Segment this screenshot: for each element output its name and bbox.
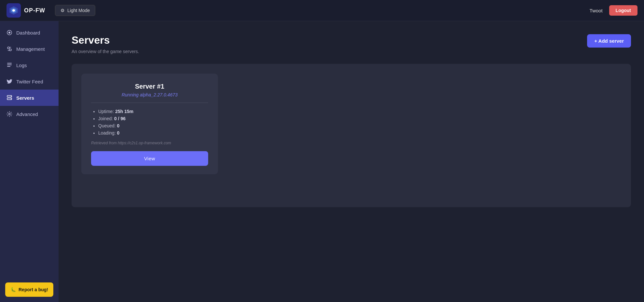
main-layout: Dashboard Management Logs — [0, 21, 644, 302]
servers-grid: Server #1 Running alpha_2.27.0.4673 Upti… — [81, 74, 621, 174]
page-subtitle: An overview of the game servers. — [72, 49, 139, 54]
advanced-icon — [7, 111, 12, 117]
sidebar-item-dashboard[interactable]: Dashboard — [0, 24, 59, 41]
svg-rect-11 — [7, 66, 10, 67]
add-server-button[interactable]: + Add server — [587, 34, 631, 48]
servers-icon — [7, 95, 12, 101]
brand-logo — [7, 3, 21, 18]
dashboard-icon — [7, 30, 12, 36]
bug-icon: 🐛 — [10, 287, 16, 292]
topnav-right: Twoot Logout — [590, 5, 637, 16]
sidebar-item-advanced[interactable]: Advanced — [0, 106, 59, 122]
logs-icon — [7, 62, 12, 68]
page-title-area: Servers An overview of the game servers. — [72, 34, 139, 54]
page-title: Servers — [72, 34, 139, 46]
gear-icon: ⚙ — [60, 8, 65, 13]
server-card-retrieved: Retrieved from https://c2s1.op-framework… — [91, 141, 208, 145]
server-card-title: Server #1 — [91, 83, 208, 90]
sidebar-label-twitter-feed: Twitter Feed — [16, 79, 43, 84]
brand-name: OP-FW — [24, 7, 45, 14]
twitter-icon — [7, 79, 12, 84]
svg-rect-9 — [7, 63, 12, 64]
page-header: Servers An overview of the game servers.… — [72, 34, 631, 54]
svg-point-14 — [11, 96, 11, 97]
server-card-stats: Uptime: 25h 15m Joined: 0 / 96 Queued: 0… — [91, 109, 208, 136]
server-card-1: Server #1 Running alpha_2.27.0.4673 Upti… — [81, 74, 218, 174]
sidebar-label-management: Management — [16, 46, 45, 52]
username-label: Twoot — [590, 8, 603, 13]
svg-point-15 — [11, 99, 11, 99]
svg-rect-10 — [7, 65, 12, 65]
brand: OP-FW — [7, 3, 45, 18]
sidebar-item-management[interactable]: Management — [0, 41, 59, 57]
svg-point-4 — [8, 32, 10, 34]
stat-uptime: Uptime: 25h 15m — [98, 109, 208, 114]
sidebar-item-servers[interactable]: Servers — [0, 90, 59, 106]
sidebar-label-advanced: Advanced — [16, 111, 38, 117]
logout-button[interactable]: Logout — [609, 5, 637, 16]
server-card-version: Running alpha_2.27.0.4673 — [91, 92, 208, 97]
servers-container: Server #1 Running alpha_2.27.0.4673 Upti… — [72, 64, 631, 207]
sidebar-label-logs: Logs — [16, 63, 27, 68]
sidebar-label-dashboard: Dashboard — [16, 30, 40, 36]
stat-queued: Queued: 0 — [98, 123, 208, 128]
report-bug-button[interactable]: 🐛 Report a bug! — [5, 282, 53, 297]
main-content: Servers An overview of the game servers.… — [59, 21, 644, 302]
sidebar: Dashboard Management Logs — [0, 21, 59, 302]
light-mode-button[interactable]: ⚙ Light Mode — [55, 5, 95, 16]
server-card-divider — [91, 103, 208, 103]
top-navigation: OP-FW ⚙ Light Mode Twoot Logout — [0, 0, 644, 21]
sidebar-spacer — [0, 122, 59, 277]
svg-point-16 — [9, 113, 10, 115]
management-icon — [7, 46, 12, 52]
stat-loading: Loading: 0 — [98, 130, 208, 136]
stat-joined: Joined: 0 / 96 — [98, 116, 208, 121]
sidebar-item-logs[interactable]: Logs — [0, 57, 59, 73]
view-server-button[interactable]: View — [91, 151, 208, 166]
sidebar-item-twitter-feed[interactable]: Twitter Feed — [0, 73, 59, 90]
sidebar-label-servers: Servers — [16, 95, 34, 101]
